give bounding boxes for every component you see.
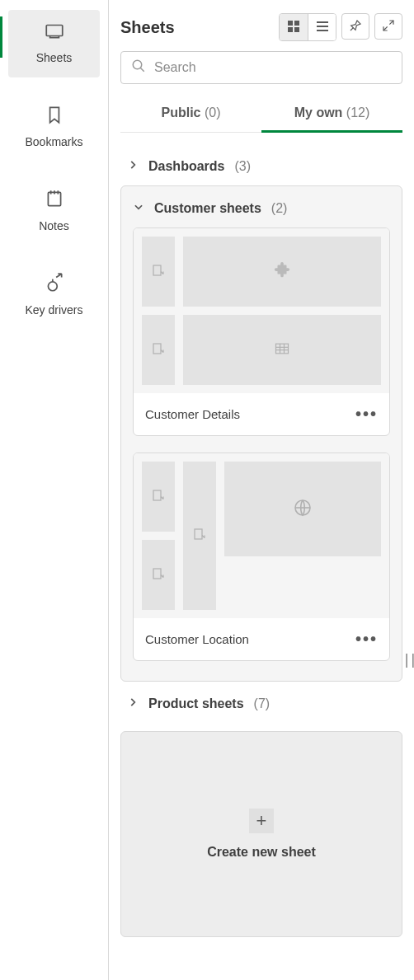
sidebar-item-key-drivers[interactable]: Key drivers	[8, 262, 100, 330]
svg-rect-27	[195, 529, 202, 539]
svg-rect-9	[294, 27, 299, 32]
group-count: (2)	[271, 201, 288, 216]
svg-rect-8	[288, 27, 293, 32]
group-count: (7)	[254, 696, 271, 711]
sidebar-item-label: Bookmarks	[25, 135, 82, 148]
placeholder-icon	[151, 341, 166, 359]
svg-point-5	[48, 282, 57, 291]
header: Sheets	[120, 13, 402, 41]
sheet-title: Customer Details	[145, 407, 240, 421]
svg-line-14	[389, 21, 393, 25]
list-view-button[interactable]	[308, 14, 336, 40]
placeholder-icon	[151, 263, 166, 281]
group-header-products[interactable]: Product sheets (7)	[120, 685, 402, 723]
more-button[interactable]: •••	[355, 405, 378, 424]
table-icon	[274, 340, 290, 360]
pin-button[interactable]	[341, 13, 369, 40]
bookmark-icon	[44, 104, 65, 135]
tab-public[interactable]: Public (0)	[120, 96, 261, 132]
group-header-dashboards[interactable]: Dashboards (3)	[120, 148, 402, 185]
sidebar-item-label: Notes	[39, 219, 69, 232]
group-count: (3)	[234, 159, 251, 174]
sheet-card-customer-details[interactable]: Customer Details •••	[133, 227, 390, 436]
tab-count: (12)	[346, 106, 369, 120]
thumb-block	[142, 462, 175, 532]
svg-rect-18	[153, 265, 161, 275]
sidebar-item-label: Sheets	[36, 51, 73, 64]
group-header-customers[interactable]: Customer sheets (2)	[133, 196, 390, 227]
chevron-right-icon	[127, 159, 139, 174]
thumb-block	[183, 315, 381, 385]
svg-rect-25	[153, 490, 161, 500]
tab-my-own[interactable]: My own (12)	[261, 96, 402, 132]
notes-icon	[44, 188, 65, 219]
chevron-right-icon	[127, 696, 139, 711]
sidebar-item-notes[interactable]: Notes	[8, 178, 100, 246]
sheet-footer: Customer Details •••	[134, 393, 389, 435]
placeholder-icon	[151, 566, 166, 584]
thumb-block	[224, 462, 381, 556]
view-toggle	[279, 13, 336, 41]
grid-icon	[287, 20, 300, 35]
expand-button[interactable]	[374, 13, 402, 40]
chevron-down-icon	[133, 201, 144, 216]
expand-icon	[382, 19, 395, 35]
sheet-card-customer-location[interactable]: Customer Location •••	[133, 452, 390, 661]
more-button[interactable]: •••	[355, 630, 378, 649]
header-actions	[279, 13, 402, 41]
thumb-block	[142, 237, 175, 307]
tabs: Public (0) My own (12)	[120, 96, 402, 133]
sidebar-item-label: Key drivers	[25, 303, 82, 317]
svg-rect-20	[276, 344, 289, 354]
svg-rect-0	[46, 26, 63, 36]
search-input[interactable]	[154, 60, 392, 75]
group-customer-sheets: Customer sheets (2)	[120, 185, 402, 682]
pin-icon	[349, 19, 362, 35]
tab-label: Public	[161, 106, 200, 120]
grid-view-button[interactable]	[280, 14, 308, 40]
placeholder-icon	[192, 527, 207, 545]
sheet-thumbnail	[134, 453, 389, 618]
sidebar-item-sheets[interactable]: Sheets	[8, 10, 100, 77]
thumb-block	[142, 315, 175, 385]
thumb-block	[183, 237, 381, 307]
key-drivers-icon	[44, 272, 65, 303]
svg-rect-19	[153, 344, 161, 354]
group-label: Product sheets	[148, 696, 244, 711]
svg-rect-6	[288, 21, 293, 26]
list-icon	[316, 20, 329, 35]
sheet-footer: Customer Location •••	[134, 618, 389, 660]
more-icon: •••	[355, 630, 378, 648]
sidebar: Sheets Bookmarks Notes Key drivers	[0, 0, 109, 980]
svg-rect-26	[153, 569, 161, 579]
svg-point-16	[133, 60, 142, 69]
svg-rect-7	[294, 21, 299, 26]
svg-rect-12	[317, 30, 328, 31]
main-panel: Sheets	[109, 0, 414, 980]
search-box[interactable]	[120, 51, 402, 84]
svg-line-13	[350, 27, 353, 30]
resize-handle[interactable]	[406, 651, 414, 674]
group-label: Customer sheets	[154, 201, 261, 216]
globe-icon	[293, 498, 313, 521]
page-title: Sheets	[120, 18, 175, 37]
sheets-icon	[44, 20, 65, 51]
svg-rect-11	[317, 26, 328, 27]
tab-label: My own	[294, 106, 343, 120]
thumb-block	[183, 462, 216, 610]
puzzle-icon	[273, 261, 291, 283]
svg-rect-1	[48, 192, 60, 205]
svg-rect-10	[317, 21, 328, 23]
tab-count: (0)	[205, 106, 221, 120]
more-icon: •••	[355, 405, 378, 423]
svg-line-17	[140, 68, 144, 72]
sidebar-item-bookmarks[interactable]: Bookmarks	[8, 94, 100, 162]
sheet-thumbnail	[134, 228, 389, 393]
create-label: Create new sheet	[207, 845, 316, 860]
search-icon	[131, 59, 146, 77]
group-label: Dashboards	[148, 159, 224, 174]
placeholder-icon	[151, 488, 166, 506]
plus-icon: +	[249, 809, 274, 833]
thumb-block	[142, 540, 175, 610]
create-new-sheet[interactable]: + Create new sheet	[120, 731, 402, 937]
